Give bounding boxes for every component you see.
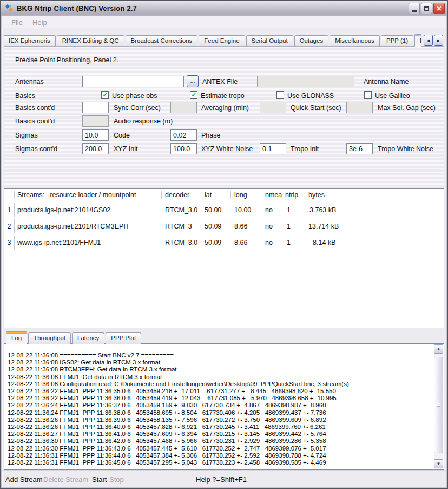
cell-decoder: RTCM_3: [165, 223, 192, 230]
delete-stream-button: Delete Stream: [43, 475, 88, 484]
close-button[interactable]: ✕: [433, 3, 445, 14]
start-button[interactable]: Start: [92, 475, 107, 484]
xyz-white-noise-input[interactable]: [170, 143, 197, 154]
sigma-phase-input[interactable]: [170, 129, 197, 141]
tab-latency[interactable]: Latency: [72, 332, 104, 344]
ppp2-panel: Precise Point Positioning, Panel 2. Ante…: [4, 46, 444, 186]
cell-long: 8.66: [234, 223, 247, 230]
close-icon: ✕: [436, 5, 442, 12]
use-glonass-label: Use GLONASS: [287, 92, 334, 100]
cell-bytes: 3.763 kB: [309, 206, 336, 214]
table-row[interactable]: 1 products.igs-ip.net:2101/IGS02 RTCM_3.…: [4, 202, 444, 218]
antennas-label: Antennas: [15, 78, 44, 86]
row-number-divider: [14, 203, 15, 217]
log-line: 12-08-22 11:36:31 FFMJ1 PPP 11:36:44.0 6…: [8, 452, 434, 459]
max-sol-gap-input: [346, 102, 373, 113]
tropo-white-noise-label: Tropo White Noise: [378, 145, 433, 153]
column-header-ntrip[interactable]: ntrip: [285, 191, 298, 199]
row-number: 2: [4, 223, 14, 230]
tropo-init-input[interactable]: [260, 143, 286, 154]
arrow-right-icon: ►: [436, 38, 441, 43]
tab-ppp-2[interactable]: PPP (2): [414, 34, 421, 47]
tab-outages[interactable]: Outages: [294, 35, 328, 47]
cell-bytes: 8.14 kB: [313, 239, 335, 246]
maximize-button[interactable]: [421, 3, 432, 14]
log-line: 12-08-22 11:36:08 FFMJ1: Get data in RTC…: [8, 374, 434, 381]
tab-rinex-ephemeris[interactable]: IEX Ephemeris: [4, 35, 56, 47]
log-line: 12-08-22 11:36:08 ========== Start BNC v…: [8, 352, 434, 359]
menu-item-file[interactable]: File: [6, 17, 28, 28]
scroll-down-button[interactable]: ▼: [434, 459, 443, 468]
use-galileo-checkbox[interactable]: [364, 91, 372, 99]
cell-ntrip: 1: [287, 206, 291, 214]
menu-bar: File Help: [2, 16, 446, 28]
tab-miscellaneous[interactable]: Miscellaneous: [330, 35, 380, 47]
tab-scroll-right-button[interactable]: ►: [434, 35, 443, 46]
log-text: 12-08-22 11:36:08 ========== Start BNC v…: [4, 344, 434, 469]
sigma-code-input[interactable]: [82, 129, 109, 141]
tab-serial-output[interactable]: Serial Output: [246, 35, 293, 47]
minimize-button[interactable]: [409, 3, 420, 14]
window-content: File Help IEX Ephemeris RINEX Editing & …: [2, 16, 446, 487]
cell-lat: 50.09: [205, 223, 221, 230]
tab-feed-engine[interactable]: Feed Engine: [199, 35, 245, 47]
log-line: 12-08-22 11:36:26 FFMJ1 PPP 11:36:39.0 6…: [8, 416, 434, 423]
cell-mountpoint: www.igs-ip.net:2101/FFMJ1: [17, 239, 101, 246]
estimate-tropo-checkbox[interactable]: [190, 91, 197, 99]
column-header-long[interactable]: long: [234, 191, 247, 199]
add-stream-button[interactable]: Add Stream: [5, 475, 43, 484]
column-header-lat[interactable]: lat: [205, 191, 212, 199]
xyz-init-label: XYZ Init: [114, 145, 137, 153]
log-line: 12-08-22 11:36:30 FFMJ1 PPP 11:36:42.0 6…: [8, 438, 434, 445]
cell-ntrip: 1: [287, 223, 291, 230]
stop-button: Stop: [109, 475, 124, 484]
column-divider: [161, 191, 162, 199]
cell-nmea: no: [265, 239, 273, 246]
log-line: 12-08-22 11:36:24 FFMJ1 PPP 11:36:37.0 6…: [8, 402, 434, 409]
column-header-nmea[interactable]: nmea: [265, 191, 282, 199]
help-shortcut-label: Help ?=Shift+F1: [196, 475, 247, 484]
bottom-tab-bar: Log Throughput Latency PPP Plot: [6, 331, 142, 344]
log-line: 12-08-22 11:36:27 FFMJ1 PPP 11:36:41.0 6…: [8, 431, 434, 438]
table-row[interactable]: 2 products.igs-ip.net:2101/RTCM3EPH RTCM…: [4, 218, 444, 234]
tab-broadcast-corrections[interactable]: Broadcast Corrections: [126, 35, 198, 47]
xyz-init-input[interactable]: [82, 143, 109, 154]
scrollbar-thumb[interactable]: [434, 357, 443, 453]
use-glonass-checkbox[interactable]: [276, 91, 284, 99]
use-phase-obs-checkbox[interactable]: [101, 91, 109, 99]
minimize-icon: [412, 10, 417, 12]
log-scrollbar[interactable]: ▲ ▼: [434, 344, 443, 468]
cell-long: 8.66: [234, 239, 247, 246]
sync-corr-input[interactable]: [82, 102, 109, 113]
antex-browse-button[interactable]: ...: [187, 75, 199, 87]
tab-scroll-left-button[interactable]: ◄: [424, 35, 433, 46]
cell-mountpoint: products.igs-ip.net:2101/IGS02: [17, 206, 110, 214]
log-line: 12-08-22 11:36:26 FFMJ1 PPP 11:36:40.0 6…: [8, 423, 434, 431]
table-row[interactable]: 3 www.igs-ip.net:2101/FFMJ1 RTCM_3.0 50.…: [4, 234, 444, 251]
row-number: 3: [4, 239, 14, 246]
scroll-up-button[interactable]: ▲: [434, 344, 443, 354]
tropo-white-noise-input[interactable]: [346, 143, 373, 154]
use-galileo-label: Use Galileo: [375, 92, 410, 100]
cell-lat: 50.00: [205, 206, 221, 214]
tab-rinex-editing-qc[interactable]: RINEX Editing & QC: [57, 35, 124, 47]
tab-log[interactable]: Log: [6, 331, 27, 344]
title-bar[interactable]: BKG Ntrip Client (BNC) Version 2.7 ✕: [1, 1, 447, 16]
cell-long: 10.00: [234, 206, 251, 214]
menu-item-help[interactable]: Help: [28, 17, 52, 28]
column-header-bytes[interactable]: bytes: [308, 191, 325, 199]
column-header-decoder[interactable]: decoder: [165, 191, 189, 199]
antex-file-label: ANTEX File: [202, 78, 238, 86]
tab-ppp-plot[interactable]: PPP Plot: [106, 332, 141, 344]
tab-ppp-1[interactable]: PPP (1): [381, 35, 413, 47]
row-number: 1: [4, 206, 14, 214]
antennas-input[interactable]: [82, 76, 184, 87]
audio-response-input: [82, 115, 109, 127]
quick-start-input: [260, 102, 286, 113]
cell-nmea: no: [265, 206, 273, 214]
row-number-divider: [14, 236, 15, 250]
tab-throughput[interactable]: Throughput: [28, 332, 71, 344]
sync-corr-label: Sync Corr (sec): [114, 104, 161, 112]
column-header-mountpoint[interactable]: Streams: resource loader / mountpoint: [17, 191, 136, 199]
app-icon: [5, 4, 14, 13]
